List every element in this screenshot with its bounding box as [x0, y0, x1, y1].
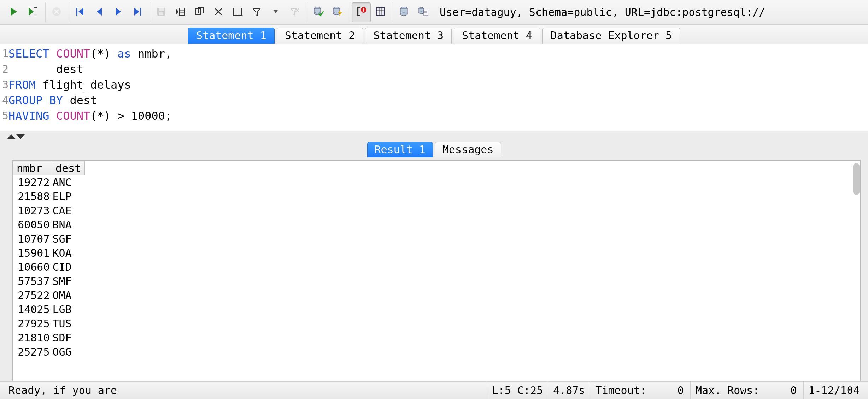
result-tabs: Result 1Messages [0, 139, 868, 157]
floppy-icon [156, 7, 166, 18]
svg-rect-23 [233, 8, 242, 15]
columns-icon [232, 7, 243, 17]
svg-marker-28 [274, 10, 278, 13]
svg-point-37 [333, 12, 340, 15]
table-row[interactable]: 15901KOA [13, 246, 85, 260]
svg-point-54 [419, 12, 424, 14]
statement-tab[interactable]: Statement 2 [277, 28, 363, 44]
status-message: Ready, if you are [4, 382, 487, 399]
result-tab[interactable]: Messages [435, 142, 501, 157]
first-row-button[interactable] [71, 2, 90, 22]
next-icon [115, 7, 122, 17]
commit-button[interactable] [309, 2, 328, 22]
filter-button[interactable] [247, 2, 266, 22]
clear-filter-button[interactable] [285, 2, 304, 22]
prev-row-button[interactable] [90, 2, 109, 22]
column-header[interactable]: dest [52, 161, 85, 175]
last-row-button[interactable] [128, 2, 147, 22]
db-list-icon [418, 6, 428, 18]
timeout-cell: Timeout: [590, 382, 690, 399]
svg-marker-1 [29, 7, 34, 16]
row-range: 1-12/104 [803, 382, 865, 399]
run-to-cursor-button[interactable] [23, 2, 42, 22]
append-results-button[interactable] [352, 2, 371, 22]
grid-icon [375, 7, 385, 18]
result-tab[interactable]: Result 1 [367, 142, 433, 157]
elapsed-time: 4.87s [548, 382, 590, 399]
timeout-input[interactable] [646, 384, 685, 397]
svg-marker-7 [78, 8, 83, 16]
insert-row-icon [175, 7, 186, 18]
table-row[interactable]: 10707SGF [13, 232, 85, 246]
db-flash-icon [332, 6, 343, 18]
table-row[interactable]: 19272ANC [13, 175, 85, 190]
statement-tab[interactable]: Database Explorer 5 [542, 28, 680, 44]
svg-rect-11 [140, 8, 141, 16]
first-icon [76, 7, 85, 17]
svg-marker-27 [253, 8, 260, 16]
delete-row-button[interactable] [209, 2, 228, 22]
next-row-button[interactable] [109, 2, 128, 22]
funnel-icon [252, 7, 261, 17]
svg-rect-6 [76, 8, 77, 16]
main-toolbar: User=dataguy, Schema=public, URL=jdbc:po… [0, 0, 868, 25]
cursor-position: L:5 C:25 [487, 382, 548, 399]
svg-marker-0 [11, 7, 17, 16]
funnel-clear-icon [290, 7, 300, 17]
db-icon [399, 6, 409, 18]
table-row[interactable]: 27925TUS [13, 317, 85, 331]
append-alert-icon [356, 6, 366, 18]
sql-editor[interactable]: 1SELECT COUNT(*) as nmbr,2 dest3FROM fli… [0, 44, 868, 131]
save-button[interactable] [152, 2, 171, 22]
connection-info: User=dataguy, Schema=public, URL=jdbc:po… [440, 6, 865, 18]
maxrows-cell: Max. Rows: [690, 382, 803, 399]
maxrows-input[interactable] [760, 384, 798, 397]
filter-dropdown-button[interactable] [266, 2, 285, 22]
copy-row-icon [194, 7, 205, 18]
table-row[interactable]: 10660CID [13, 260, 85, 274]
table-row[interactable]: 10273CAE [13, 204, 85, 218]
play-icon [10, 7, 18, 18]
svg-rect-40 [357, 8, 359, 16]
collapse-up-icon [7, 134, 16, 139]
statement-tab[interactable]: Statement 1 [188, 28, 275, 44]
svg-rect-2 [35, 7, 35, 16]
svg-rect-14 [159, 12, 163, 15]
svg-marker-15 [176, 8, 178, 15]
chevron-down-icon [273, 9, 278, 16]
table-row[interactable]: 21810SDF [13, 331, 85, 345]
db-objects-button[interactable] [414, 2, 433, 22]
result-table[interactable]: nmbrdest 19272ANC21588ELP10273CAE60050BN… [13, 161, 85, 359]
svg-rect-16 [179, 8, 185, 15]
delete-x-icon [214, 7, 223, 17]
splitter-handle[interactable] [0, 131, 868, 139]
select-columns-button[interactable] [228, 2, 247, 22]
status-bar: Ready, if you are L:5 C:25 4.87s Timeout… [0, 381, 868, 399]
result-table-container[interactable]: nmbrdest 19272ANC21588ELP10273CAE60050BN… [12, 160, 861, 381]
db-browser-button[interactable] [394, 2, 414, 22]
result-area: nmbrdest 19272ANC21588ELP10273CAE60050BN… [0, 157, 868, 381]
prev-icon [95, 7, 103, 17]
show-grid-button[interactable] [371, 2, 390, 22]
column-header[interactable]: nmbr [13, 161, 52, 175]
table-row[interactable]: 25275OGG [13, 345, 85, 359]
table-row[interactable]: 14025LGB [13, 303, 85, 317]
svg-marker-8 [97, 8, 102, 16]
table-row[interactable]: 60050BNA [13, 218, 85, 232]
play-cursor-icon [28, 7, 38, 18]
svg-point-51 [400, 13, 407, 16]
copy-row-button[interactable] [190, 2, 209, 22]
table-row[interactable]: 57537SMF [13, 274, 85, 288]
svg-rect-42 [363, 8, 364, 11]
svg-marker-10 [134, 8, 139, 16]
rollback-button[interactable] [328, 2, 347, 22]
statement-tab[interactable]: Statement 4 [454, 28, 540, 44]
vertical-scrollbar[interactable] [853, 163, 860, 195]
insert-row-button[interactable] [171, 2, 190, 22]
stop-icon [52, 7, 61, 18]
table-row[interactable]: 21588ELP [13, 190, 85, 204]
statement-tab[interactable]: Statement 3 [365, 28, 452, 44]
stop-button[interactable] [47, 2, 66, 22]
run-button[interactable] [4, 2, 23, 22]
table-row[interactable]: 27522OMA [13, 288, 85, 303]
